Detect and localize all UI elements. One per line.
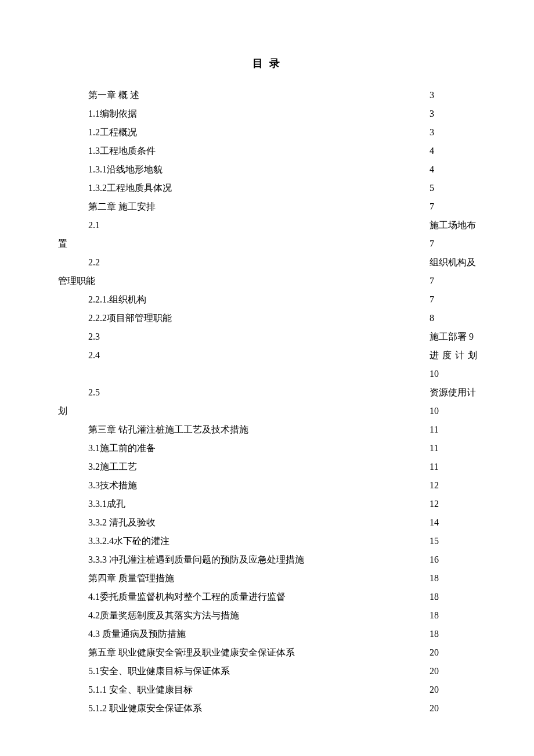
page-title: 目 录 <box>0 58 534 69</box>
toc-entry-page: 10 <box>430 365 439 383</box>
toc-entry-title: 2.5 <box>88 383 100 402</box>
toc-entry-page: 3 <box>430 86 434 105</box>
toc-row: 4.3 质量通病及预防措施18 <box>58 625 476 643</box>
toc-row: 管理职能7 <box>58 272 476 290</box>
toc-entry-title: 第三章 钻孔灌注桩施工工艺及技术措施 <box>88 420 248 439</box>
toc-entry-page: 7 <box>430 272 434 290</box>
toc-entry-title: 5.1.1 安全、职业健康目标 <box>88 681 193 699</box>
toc-entry-title: 4.3 质量通病及预防措施 <box>88 625 186 643</box>
toc-entry-page: 4 <box>430 160 434 179</box>
toc-entry-title: 3.2施工工艺 <box>88 458 137 476</box>
toc-entry-page: 施工部署 9 <box>430 327 474 346</box>
toc-entry-page: 18 <box>430 569 439 588</box>
toc-entry-title: 4.2质量奖惩制度及其落实方法与措施 <box>88 606 239 625</box>
toc-row: 第五章 职业健康安全管理及职业健康安全保证体系20 <box>58 643 476 662</box>
toc-row: 3.3.3 冲孔灌注桩遇到质量问题的预防及应急处理措施16 <box>58 550 476 569</box>
toc-row: 3.1施工前的准备11 <box>58 439 476 458</box>
toc-entry-page: 20 <box>430 699 439 718</box>
toc-entry-title-continued: 组织机构及 <box>430 253 476 272</box>
toc-entry-page: 12 <box>430 476 439 495</box>
toc-entry-page: 11 <box>430 439 438 458</box>
toc-entry-title: 4.1委托质量监督机构对整个工程的质量进行监督 <box>88 588 286 606</box>
toc-entry-page: 7 <box>430 235 434 253</box>
toc-row: 3.3.1成孔12 <box>58 495 476 513</box>
toc-entry-page: 11 <box>430 420 438 439</box>
toc-entry-title: 1.1编制依据 <box>88 105 137 123</box>
toc-entry-page: 14 <box>430 513 439 532</box>
toc-entry-page: 18 <box>430 588 439 606</box>
toc-entry-page: 12 <box>430 495 439 513</box>
toc-row: 第一章 概 述3 <box>58 86 476 105</box>
toc-entry-title: 2.2.1.组织机构 <box>88 290 146 309</box>
toc-row: 划10 <box>58 402 476 420</box>
toc-row: 2.2.1.组织机构7 <box>58 290 476 309</box>
toc-entry-page: 4 <box>430 142 434 160</box>
toc-entry-title: 3.3.1成孔 <box>88 495 125 513</box>
toc-row: 3.2施工工艺11 <box>58 458 476 476</box>
toc-entry-title: 5.1.2 职业健康安全保证体系 <box>88 699 202 718</box>
toc-entry-title: 3.3.3 冲孔灌注桩遇到质量问题的预防及应急处理措施 <box>88 550 304 569</box>
toc-entry-page: 7 <box>430 197 434 216</box>
table-of-contents: 第一章 概 述31.1编制依据31.2工程概况31.3工程地质条件41.3.1沿… <box>0 86 534 718</box>
toc-entry-title: 3.1施工前的准备 <box>88 439 156 458</box>
toc-entry-title: 第一章 概 述 <box>88 86 139 105</box>
toc-entry-page: 3 <box>430 105 434 123</box>
toc-entry-title: 2.1 <box>88 216 100 235</box>
toc-entry-title: 3.3.2.4水下砼的灌注 <box>88 532 169 550</box>
page: 目 录 第一章 概 述31.1编制依据31.2工程概况31.3工程地质条件41.… <box>0 0 534 756</box>
toc-row: 2.4进度计划 <box>58 346 476 365</box>
toc-entry-page: 15 <box>430 532 439 550</box>
toc-entry-title: 1.3工程地质条件 <box>88 142 156 160</box>
toc-row: 2.2.2项目部管理职能8 <box>58 309 476 327</box>
toc-row: 1.1编制依据3 <box>58 105 476 123</box>
toc-entry-title: 1.3.2工程地质具体况 <box>88 179 172 197</box>
toc-entry-title: 第四章 质量管理措施 <box>88 569 174 588</box>
toc-entry-page: 3 <box>430 123 434 142</box>
toc-entry-page: 20 <box>430 662 439 681</box>
toc-entry-page: 20 <box>430 681 439 699</box>
toc-row: 1.3.2工程地质具体况5 <box>58 179 476 197</box>
toc-row: 5.1.2 职业健康安全保证体系20 <box>58 699 476 718</box>
toc-row: 3.3.2 清孔及验收14 <box>58 513 476 532</box>
toc-entry-title: 第五章 职业健康安全管理及职业健康安全保证体系 <box>88 643 295 662</box>
toc-row: 第四章 质量管理措施18 <box>58 569 476 588</box>
toc-row: 5.1.1 安全、职业健康目标20 <box>58 681 476 699</box>
toc-entry-title-continued: 施工场地布 <box>430 216 476 235</box>
toc-row: 2.3施工部署 9 <box>58 327 476 346</box>
toc-row: 4.2质量奖惩制度及其落实方法与措施18 <box>58 606 476 625</box>
toc-row: 2.1施工场地布 <box>58 216 476 235</box>
toc-entry-title: 2.3 <box>88 327 100 346</box>
toc-entry-page: 5 <box>430 179 434 197</box>
toc-row: 3.3.2.4水下砼的灌注15 <box>58 532 476 550</box>
toc-row: 第三章 钻孔灌注桩施工工艺及技术措施11 <box>58 420 476 439</box>
toc-entry-title: 1.3.1沿线地形地貌 <box>88 160 163 179</box>
toc-entry-title: 2.2 <box>88 253 100 272</box>
toc-row: 2.5资源使用计 <box>58 383 476 402</box>
toc-row: 3.3技术措施12 <box>58 476 476 495</box>
toc-entry-page: 8 <box>430 309 434 327</box>
toc-row: 1.2工程概况3 <box>58 123 476 142</box>
toc-entry-page: 7 <box>430 290 434 309</box>
toc-entry-title-continued: 资源使用计 <box>430 383 476 402</box>
toc-entry-title: 3.3技术措施 <box>88 476 137 495</box>
toc-entry-title: 1.2工程概况 <box>88 123 137 142</box>
toc-row: 5.1安全、职业健康目标与保证体系20 <box>58 662 476 681</box>
toc-entry-title: 3.3.2 清孔及验收 <box>88 513 156 532</box>
toc-entry-page: 11 <box>430 458 438 476</box>
toc-row: 1.3工程地质条件4 <box>58 142 476 160</box>
toc-entry-title-wrap: 划 <box>58 402 67 420</box>
toc-entry-title-continued: 进度计划 <box>430 346 481 365</box>
toc-entry-page: 18 <box>430 625 439 643</box>
toc-entry-page: 20 <box>430 643 439 662</box>
toc-entry-title-wrap: 置 <box>58 235 67 253</box>
toc-entry-title-wrap: 管理职能 <box>58 272 95 290</box>
toc-entry-page: 10 <box>430 402 439 420</box>
toc-entry-page: 18 <box>430 606 439 625</box>
toc-row: 2.2组织机构及 <box>58 253 476 272</box>
toc-entry-title: 第二章 施工安排 <box>88 197 156 216</box>
toc-row: 4.1委托质量监督机构对整个工程的质量进行监督18 <box>58 588 476 606</box>
toc-entry-title: 2.4 <box>88 346 100 365</box>
toc-row: 10 <box>58 365 476 383</box>
toc-row: 1.3.1沿线地形地貌4 <box>58 160 476 179</box>
toc-row: 置7 <box>58 235 476 253</box>
